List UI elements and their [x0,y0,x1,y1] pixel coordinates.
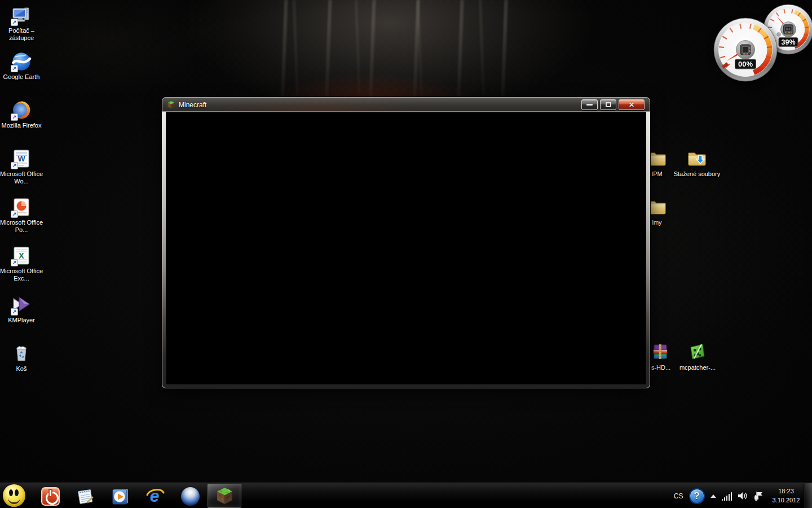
powerpoint-icon: ↗ [11,197,32,217]
start-button[interactable] [3,484,25,507]
close-button[interactable]: ✕ [619,99,645,110]
google-earth-icon: ↗ [11,51,32,72]
network-signal-icon[interactable] [722,492,732,501]
desktop-icon-label: IPM [651,170,663,178]
minecraft-game-canvas[interactable] [166,112,646,384]
minecraft-grass-block-icon [215,487,234,505]
minimize-icon [586,104,593,106]
clock-time: 18:23 [770,487,802,496]
smiley-start-orb-icon [3,484,25,507]
desktop-icon-label: Koš [16,365,27,373]
window-title: Minecraft [179,101,206,109]
taskbar-internet-explorer-button[interactable]: e [144,485,166,507]
cpu-usage-value: 00% [738,60,753,68]
shortcut-arrow-icon: ↗ [11,259,18,266]
desktop-icon-label: Google Earth [3,73,40,81]
action-center-flag-icon[interactable] [754,491,764,501]
svg-text:W: W [17,154,25,163]
firefox-icon: ↗ [11,100,32,120]
minecraft-grass-block-icon [167,100,175,109]
desktop-icon-label: Mozilla Firefox [2,122,42,129]
desktop-icon-recycle-bin[interactable]: Koš [0,343,45,373]
desktop-icon-google-earth[interactable]: ↗ Google Earth [0,51,45,81]
desktop-icon-label: Microsoft Office Po... [0,219,45,234]
shortcut-arrow-icon: ↗ [11,19,18,26]
clock[interactable]: 18:23 3.10.2012 [770,487,802,505]
desktop-icon-kmplayer[interactable]: ↗ KMPlayer [0,295,45,324]
show-hidden-icons-chevron[interactable] [710,494,716,498]
computer-icon: ↗ [11,5,32,25]
notepad-icon [75,486,95,506]
desktop-icon-word[interactable]: W ↗ Microsoft Office Wo... [0,148,45,185]
volume-icon[interactable] [738,491,748,501]
shortcut-arrow-icon: ↗ [11,113,18,121]
shortcut-arrow-icon: ↗ [11,308,18,316]
desktop-icon-powerpoint[interactable]: ↗ Microsoft Office Po... [0,197,45,234]
power-icon [41,487,60,506]
system-tray: CS ? 18:23 3.10.2012 [674,483,802,508]
desktop-icon-label: s-HD... [651,364,670,371]
taskbar-power-button[interactable] [39,485,61,507]
desktop-icon-label: Počítač – zástupce [0,27,45,42]
cpu-chip-icon [740,45,751,55]
taskbar: e CS ? [0,483,812,508]
taskbar-browser-sphere-button[interactable] [179,485,201,507]
clock-date: 3.10.2012 [770,496,802,505]
show-desktop-button[interactable] [805,483,812,508]
blue-sphere-browser-icon [181,487,200,506]
winrar-icon [651,342,671,362]
internet-explorer-icon: e [145,486,165,506]
desktop-icon-label: Microsoft Office Wo... [0,170,45,185]
shortcut-arrow-icon: ↗ [11,211,18,218]
ram-usage-value: 39% [781,38,795,46]
desktop-icon-computer[interactable]: ↗ Počítač – zástupce [0,5,45,42]
minimize-button[interactable] [581,99,598,110]
shortcut-arrow-icon: ↗ [11,162,18,169]
download-folder-icon [687,148,707,169]
desktop-background[interactable]: ↗ Počítač – zástupce ↗ Google Earth [0,0,812,508]
desktop-icon-mcpatcher[interactable]: mcpatcher-... [674,342,721,371]
window-title-bar[interactable]: Minecraft [162,98,650,112]
desktop-icon-label: lmy [652,219,661,226]
desktop-icon-firefox[interactable]: ↗ Mozilla Firefox [0,100,45,129]
desktop-icon-label: Microsoft Office Exc... [0,268,45,282]
recycle-bin-icon [11,343,32,364]
desktop-icon-label: KMPlayer [8,317,35,324]
desktop-icon-label: mcpatcher-... [679,364,716,371]
language-indicator[interactable]: CS [674,492,683,500]
maximize-icon [606,102,611,107]
desktop-icon-excel[interactable]: X ↗ Microsoft Office Exc... [0,246,45,282]
media-player-icon [110,486,130,506]
svg-text:X: X [19,251,24,260]
help-question-tray-icon[interactable]: ? [689,488,705,504]
excel-icon: X ↗ [11,246,32,266]
taskbar-minecraft-button[interactable] [208,484,241,508]
shortcut-arrow-icon: ↗ [11,65,18,72]
taskbar-media-player-button[interactable] [109,485,131,507]
desktop-icon-downloads[interactable]: Stažené soubory [673,148,721,178]
cpu-meter-gadget[interactable]: 00% [713,17,778,82]
kmplayer-icon: ↗ [11,295,32,315]
desktop-icon-label: Stažené soubory [674,170,721,178]
mcpatcher-icon [687,342,708,362]
close-icon: ✕ [629,102,634,108]
taskbar-notepad-button[interactable] [74,485,96,507]
word-icon: W ↗ [11,148,32,169]
maximize-button[interactable] [600,99,616,110]
minecraft-window[interactable]: Minecraft ✕ [162,97,650,388]
memory-chip-icon [784,25,793,34]
